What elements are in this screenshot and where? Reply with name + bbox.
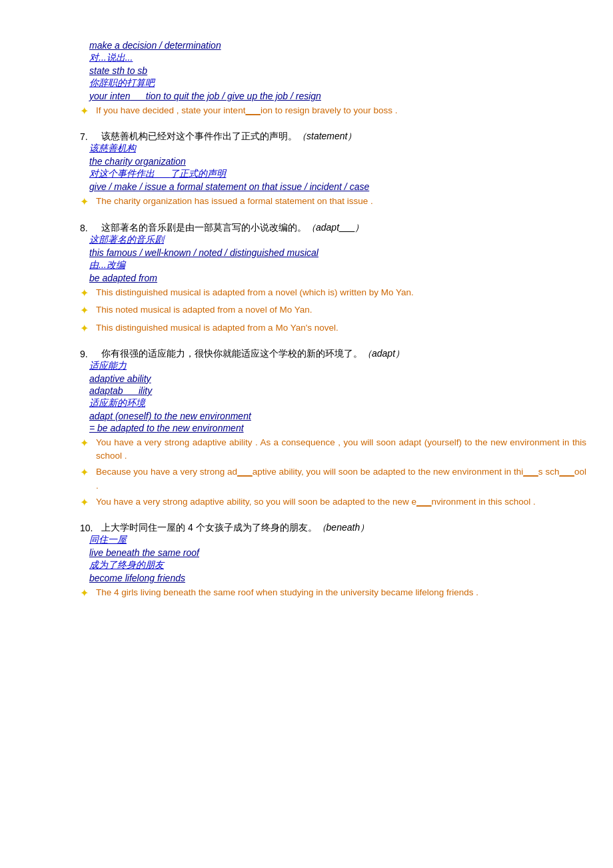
section-10: 10. 上大学时同住一屋的 4 个女孩子成为了终身的朋友。（beneath） 同… — [80, 522, 586, 601]
item9-en2: adaptab___ility — [89, 385, 586, 396]
line-your-intention: your inten___tion to quit the job / give… — [89, 91, 586, 101]
item8-en1: this famous / well-known / noted / disti… — [89, 247, 586, 258]
item9-chinese: 你有很强的适应能力，很快你就能适应这个学校的新的环境了。（adapt） — [101, 348, 586, 360]
item9-vocab: 适应能力 adaptive ability adaptab___ility 适应… — [80, 360, 586, 433]
bullet-text-10-1: The 4 girls living beneath the same roof… — [96, 586, 586, 599]
item10-zh1: 同住一屋 — [89, 534, 586, 546]
item7-en1: the charity organization — [89, 156, 586, 167]
item9-en3: adapt (oneself) to the new environment — [89, 411, 586, 421]
item10-row: 10. 上大学时同住一屋的 4 个女孩子成为了终身的朋友。（beneath） — [80, 522, 586, 534]
bullet-pre7-text: If you have decided , state your intent_… — [96, 104, 586, 117]
bullet-item7-1: ✦ The charity organization has issued a … — [80, 195, 586, 209]
item8-row: 8. 这部著名的音乐剧是由一部莫言写的小说改编的。（adapt___） — [80, 222, 586, 234]
item8-en2: be adapted from — [89, 273, 586, 283]
bullet-item8-3: ✦ This distinguished musical is adapted … — [80, 321, 586, 336]
bullet-icon-7-1: ✦ — [80, 195, 91, 209]
bullet-item9-3: ✦ You have a very strong adaptive abilit… — [80, 495, 586, 510]
item9-number: 9. — [80, 348, 99, 359]
item8-zh2: 由...改编 — [89, 259, 586, 271]
item10-en1: live beneath the same roof — [89, 547, 586, 558]
item8-zh1: 这部著名的音乐剧 — [89, 234, 586, 246]
bullet-item9-1: ✦ You have a very strong adaptive abilit… — [80, 436, 586, 463]
item10-zh2: 成为了终身的朋友 — [89, 559, 586, 571]
bullet-text-8-2: This noted musical is adapted from a nov… — [96, 303, 586, 317]
line-make-decision: make a decision / determination — [89, 40, 586, 51]
bullet-item8-1: ✦ This distinguished musical is adapted … — [80, 286, 586, 301]
bullet-text-9-1: You have a very strong adaptive ability … — [96, 436, 586, 463]
line-zh-duishuo: 对...说出... — [89, 52, 586, 64]
bullet-icon-10-1: ✦ — [80, 586, 91, 601]
item10-number: 10. — [80, 522, 99, 533]
bullet-text-8-3: This distinguished musical is adapted fr… — [96, 321, 586, 335]
bullet-text-7-1: The charity organization has issued a fo… — [96, 195, 586, 208]
bullet-icon-8-2: ✦ — [80, 303, 91, 318]
item7-vocab: 该慈善机构 the charity organization 对这个事件作出__… — [80, 143, 586, 192]
item10-chinese: 上大学时同住一屋的 4 个女孩子成为了终身的朋友。（beneath） — [101, 522, 586, 534]
bullet-icon-8-1: ✦ — [80, 286, 91, 301]
item8-chinese: 这部著名的音乐剧是由一部莫言写的小说改编的。（adapt___） — [101, 222, 586, 234]
item9-zh2: 适应新的环境 — [89, 397, 586, 409]
item8-number: 8. — [80, 222, 99, 233]
bullet-item10-1: ✦ The 4 girls living beneath the same ro… — [80, 586, 586, 601]
line-state-sth: state sth to sb — [89, 65, 586, 76]
item7-zh2: 对这个事件作出___了正式的声明 — [89, 168, 586, 180]
bullet-item8-2: ✦ This noted musical is adapted from a n… — [80, 303, 586, 318]
section-7: 7. 该慈善机构已经对这个事件作出了正式的声明。（statement） 该慈善机… — [80, 131, 586, 209]
pre-section-7: make a decision / determination 对...说出..… — [80, 40, 586, 119]
bullet-text-9-2: Because you have a very strong ad___apti… — [96, 465, 586, 493]
section-8: 8. 这部著名的音乐剧是由一部莫言写的小说改编的。（adapt___） 这部著名… — [80, 222, 586, 336]
bullet-item9-2: ✦ Because you have a very strong ad___ap… — [80, 465, 586, 493]
bullet-icon: ✦ — [80, 104, 91, 119]
bullet-text-9-3: You have a very strong adaptive ability,… — [96, 495, 586, 509]
bullet-icon-9-2: ✦ — [80, 465, 91, 480]
item9-en4: = be adapted to the new environment — [89, 423, 586, 433]
item10-en2: become lifelong friends — [89, 573, 586, 583]
bullet-icon-8-3: ✦ — [80, 321, 91, 336]
item7-chinese: 该慈善机构已经对这个事件作出了正式的声明。（statement） — [101, 131, 586, 143]
line-zh-resign-intent: 你辞职的打算吧 — [89, 77, 586, 89]
item9-zh1: 适应能力 — [89, 360, 586, 372]
bullet-pre7: ✦ If you have decided , state your inten… — [80, 104, 586, 119]
item8-vocab: 这部著名的音乐剧 this famous / well-known / note… — [80, 234, 586, 283]
item10-vocab: 同住一屋 live beneath the same roof 成为了终身的朋友… — [80, 534, 586, 583]
bullet-text-8-1: This distinguished musical is adapted fr… — [96, 286, 586, 299]
item7-en2: give / make / issue a formal statement o… — [89, 181, 586, 192]
bullet-icon-9-1: ✦ — [80, 436, 91, 451]
bullet-icon-9-3: ✦ — [80, 495, 91, 510]
item9-row: 9. 你有很强的适应能力，很快你就能适应这个学校的新的环境了。（adapt） — [80, 348, 586, 360]
section-9: 9. 你有很强的适应能力，很快你就能适应这个学校的新的环境了。（adapt） 适… — [80, 348, 586, 510]
item9-en1: adaptive ability — [89, 373, 586, 384]
item7-row: 7. 该慈善机构已经对这个事件作出了正式的声明。（statement） — [80, 131, 586, 143]
item7-zh1: 该慈善机构 — [89, 143, 586, 155]
item7-number: 7. — [80, 131, 99, 142]
